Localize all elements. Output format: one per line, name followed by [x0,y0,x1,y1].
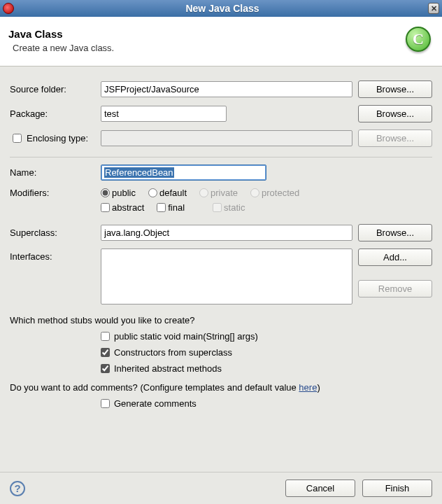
name-label: Name: [10,167,101,178]
modifier-final-checkbox[interactable]: final [157,202,185,213]
interfaces-add-button[interactable]: Add... [358,248,432,266]
enclosing-type-label: Enclosing type: [27,133,88,144]
stub-inherited-label: Inherited abstract methods [114,363,222,374]
stub-main-checkbox[interactable] [101,332,110,341]
generate-comments-checkbox[interactable] [101,399,110,408]
modifiers-check-group: abstract final static [101,202,432,213]
stubs-question: Which method stubs would you like to cre… [10,315,432,326]
source-folder-label: Source folder: [10,84,101,94]
cancel-button[interactable]: Cancel [285,479,355,497]
source-folder-input[interactable] [101,81,352,97]
enclosing-type-input [101,130,352,146]
superclass-input[interactable] [101,225,352,241]
modifiers-label: Modifiers: [10,188,101,198]
header-sub: Create a new Java class. [13,43,397,53]
modifier-protected-radio: protected [250,188,299,198]
finish-button[interactable]: Finish [362,479,432,497]
stub-constructors-checkbox[interactable] [101,348,110,357]
interfaces-remove-button: Remove [358,280,432,298]
enclosing-type-checkbox[interactable] [13,134,22,143]
modifier-static-checkbox: static [213,202,245,213]
package-browse-button[interactable]: Browse... [358,105,432,122]
modifier-abstract-checkbox[interactable]: abstract [101,202,144,213]
modifier-default-radio[interactable]: default [148,188,187,198]
superclass-label: Superclass: [10,227,101,238]
header-heading: Java Class [8,28,397,40]
stub-inherited-checkbox[interactable] [101,364,110,373]
modifier-private-radio: private [199,188,238,198]
close-button[interactable]: ✕ [428,3,439,14]
modifiers-radio-group: public default private protected [101,188,432,198]
package-input[interactable] [101,106,227,122]
stub-constructors-label: Constructors from superclass [114,347,232,358]
package-label: Package: [10,108,101,119]
stub-main-label: public static void main(String[] args) [114,331,258,342]
source-folder-browse-button[interactable]: Browse... [358,80,432,98]
interfaces-list[interactable] [101,248,352,304]
help-icon[interactable]: ? [10,481,25,496]
generate-comments-label: Generate comments [114,398,197,409]
class-icon: C [397,22,434,59]
window-title: New Java Class [17,3,428,14]
configure-templates-link[interactable]: here [299,382,317,393]
superclass-browse-button[interactable]: Browse... [358,224,432,241]
comments-question: Do you want to add comments? (Configure … [10,382,432,393]
interfaces-label: Interfaces: [10,248,101,262]
modifier-public-radio[interactable]: public [101,188,136,198]
enclosing-type-browse-button: Browse... [358,130,432,147]
title-bar: New Java Class ✕ [0,0,442,17]
app-icon [3,3,14,14]
name-input[interactable]: ReferencedBean [101,164,266,181]
wizard-header: Java Class Create a new Java class. C [0,17,442,66]
